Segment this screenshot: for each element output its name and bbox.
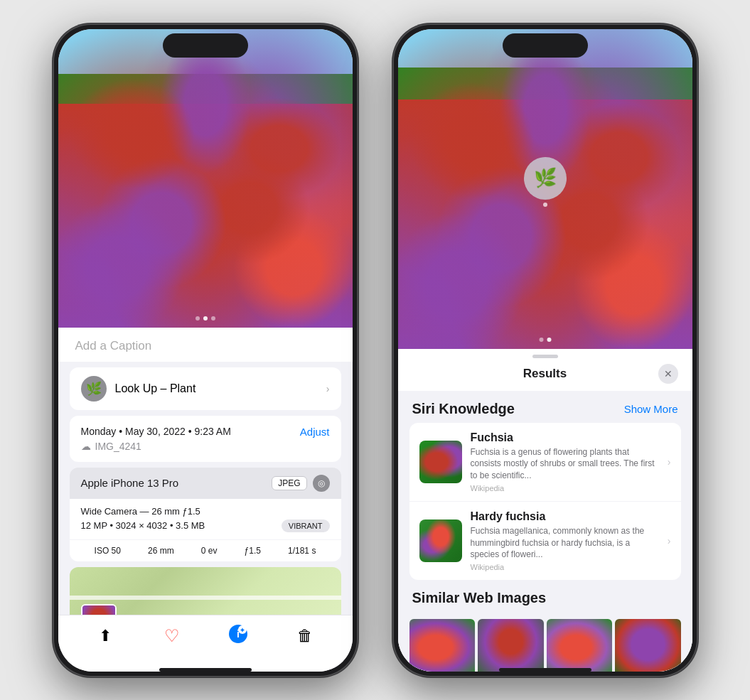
hardy-name: Hardy fuchsia xyxy=(471,510,659,523)
similar-image-2[interactable] xyxy=(478,619,544,671)
lookup-label: Look Up – Plant xyxy=(115,382,196,395)
format-badge: JPEG xyxy=(272,476,306,490)
rdot-2 xyxy=(547,338,551,342)
knowledge-item-hardy[interactable]: Hardy fuchsia Fuchsia magellanica, commo… xyxy=(409,502,681,580)
dot-indicator-right xyxy=(539,338,551,342)
exif-ev: 0 ev xyxy=(201,546,218,556)
caption-placeholder[interactable]: Add a Caption xyxy=(75,339,152,352)
exif-aperture: ƒ1.5 xyxy=(245,546,261,556)
dot-1 xyxy=(195,316,200,321)
similar-images-row xyxy=(409,619,681,671)
info-section: Add a Caption 🌿 Look Up – Plant › Monday… xyxy=(58,328,353,615)
share-icon: ⬆ xyxy=(99,627,112,645)
camera-header: Apple iPhone 13 Pro JPEG ◎ xyxy=(70,468,341,499)
rdot-1 xyxy=(539,338,543,342)
hardy-thumbnail xyxy=(419,519,462,562)
fuchsia-text: Fuchsia Fuchsia is a genus of flowering … xyxy=(471,431,659,492)
fuchsia-source: Wikipedia xyxy=(471,484,659,492)
left-phone-inner: Add a Caption 🌿 Look Up – Plant › Monday… xyxy=(58,29,353,672)
siri-knowledge-header: Siri Knowledge Show More xyxy=(398,391,692,423)
vibrant-badge: VIBRANT xyxy=(282,519,330,532)
home-indicator-left xyxy=(159,668,252,672)
siri-knowledge-title: Siri Knowledge xyxy=(412,401,515,417)
filename: IMG_4241 xyxy=(95,441,141,452)
bottom-toolbar-left: ⬆ ♡ i ✦ 🗑 xyxy=(58,615,353,672)
lookup-row[interactable]: 🌿 Look Up – Plant › xyxy=(70,367,341,410)
fuchsia-chevron-icon: › xyxy=(668,456,671,468)
fuchsia-name: Fuchsia xyxy=(471,431,659,444)
map-thumbnail xyxy=(81,604,117,615)
results-panel: Results ✕ Siri Knowledge Show More xyxy=(398,349,692,672)
dot-2 xyxy=(203,316,208,321)
badge-row: JPEG ◎ xyxy=(272,475,329,492)
results-header: Results ✕ xyxy=(398,361,692,391)
knowledge-card: Fuchsia Fuchsia is a genus of flowering … xyxy=(409,423,681,581)
siri-icon: 🌿 xyxy=(524,157,567,200)
right-phone-inner: 🌿 Results ✕ xyxy=(398,29,692,672)
fuchsia-description: Fuchsia is a genus of flowering plants t… xyxy=(471,446,659,482)
hardy-description: Fuchsia magellanica, commonly known as t… xyxy=(471,525,659,561)
results-handle[interactable] xyxy=(398,349,692,361)
hardy-source: Wikipedia xyxy=(471,563,659,571)
info-icon: i ✦ xyxy=(228,624,248,648)
results-content: Siri Knowledge Show More Fuchsia F xyxy=(398,391,692,672)
camera-resolution: 12 MP • 3024 × 4032 • 3.5 MB xyxy=(81,520,205,531)
share-button[interactable]: ⬆ xyxy=(91,622,119,650)
photo-section-right[interactable]: 🌿 xyxy=(398,29,692,349)
like-button[interactable]: ♡ xyxy=(158,622,186,650)
siri-leaf-icon: 🌿 xyxy=(534,167,557,189)
dot-3 xyxy=(211,316,215,321)
camera-section: Apple iPhone 13 Pro JPEG ◎ Wide Camera —… xyxy=(70,468,341,561)
svg-text:✦: ✦ xyxy=(240,627,245,634)
dynamic-island-right xyxy=(503,33,588,58)
similar-image-3[interactable] xyxy=(547,619,613,671)
camera-detail: Wide Camera — 26 mm ƒ1.5 12 MP • 3024 × … xyxy=(70,499,341,539)
similar-section: Similar Web Images xyxy=(398,580,692,619)
hardy-text: Hardy fuchsia Fuchsia magellanica, commo… xyxy=(471,510,659,571)
left-phone: Add a Caption 🌿 Look Up – Plant › Monday… xyxy=(53,23,358,677)
meta-date-row: Monday • May 30, 2022 • 9:23 AM Adjust xyxy=(81,426,330,438)
trash-button[interactable]: 🗑 xyxy=(291,622,319,650)
hardy-chevron-icon: › xyxy=(668,535,671,546)
dynamic-island-left xyxy=(163,33,248,58)
caption-area[interactable]: Add a Caption xyxy=(58,328,353,362)
similar-title: Similar Web Images xyxy=(412,590,678,606)
fuchsia-thumbnail xyxy=(419,441,462,483)
fuchsia-thumb-image xyxy=(419,441,462,483)
hardy-thumb-image xyxy=(419,519,462,562)
similar-image-4[interactable] xyxy=(615,619,681,671)
exif-shutter: 1/181 s xyxy=(288,546,316,556)
info-button[interactable]: i ✦ xyxy=(224,622,252,650)
meta-filename-row: ☁ IMG_4241 xyxy=(81,441,330,452)
results-title: Results xyxy=(432,367,658,381)
map-section[interactable] xyxy=(70,567,341,615)
trash-icon: 🗑 xyxy=(297,627,313,645)
location-icon: ◎ xyxy=(313,475,330,492)
camera-mp-row: 12 MP • 3024 × 4032 • 3.5 MB VIBRANT xyxy=(81,519,330,532)
camera-lens: Wide Camera — 26 mm ƒ1.5 xyxy=(81,506,330,517)
map-road xyxy=(70,596,341,600)
camera-model: Apple iPhone 13 Pro xyxy=(81,477,179,489)
show-more-button[interactable]: Show More xyxy=(624,403,678,415)
meta-section: Monday • May 30, 2022 • 9:23 AM Adjust ☁… xyxy=(70,416,341,462)
right-phone: 🌿 Results ✕ xyxy=(392,23,698,677)
photo-dot-indicator-left xyxy=(195,316,215,321)
photo-section-left[interactable] xyxy=(58,29,353,328)
adjust-button[interactable]: Adjust xyxy=(300,426,330,438)
flower-overlay-left xyxy=(58,29,353,328)
map-thumb-image xyxy=(82,605,115,615)
home-indicator-right xyxy=(499,668,591,672)
siri-dot xyxy=(543,203,547,207)
leaf-icon: 🌿 xyxy=(81,376,107,402)
similar-image-1[interactable] xyxy=(409,619,476,671)
exif-focal: 26 mm xyxy=(148,546,174,556)
meta-date: Monday • May 30, 2022 • 9:23 AM xyxy=(81,426,231,437)
exif-iso: ISO 50 xyxy=(95,546,121,556)
lookup-chevron-icon: › xyxy=(326,383,330,394)
close-button[interactable]: ✕ xyxy=(658,364,678,384)
cloud-icon: ☁ xyxy=(81,441,91,452)
knowledge-item-fuchsia[interactable]: Fuchsia Fuchsia is a genus of flowering … xyxy=(409,423,681,502)
heart-icon: ♡ xyxy=(164,626,180,646)
handle-bar xyxy=(532,355,558,358)
close-icon: ✕ xyxy=(664,368,673,379)
